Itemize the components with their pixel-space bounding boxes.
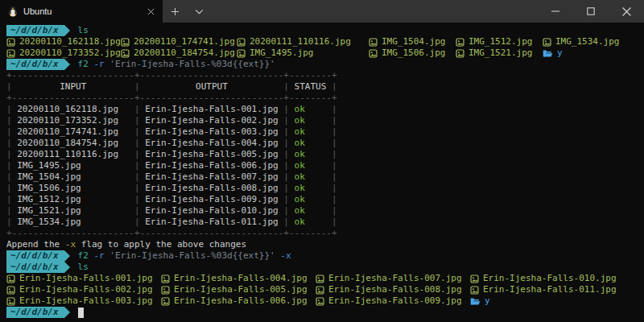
terminal-content-area[interactable]: ~/d/d/b/xls 20200110_162118.jpg 20200110… bbox=[0, 23, 644, 318]
input-cell: IMG_1534.jpg bbox=[12, 217, 134, 228]
file-entry: IMG_1506.jpg bbox=[369, 47, 456, 59]
status-cell: ok bbox=[289, 115, 332, 126]
input-cell: IMG_1521.jpg bbox=[12, 205, 134, 217]
file-name: Erin-Ijesha-Falls-007.jpg bbox=[328, 273, 462, 284]
prompt-arrow-icon bbox=[64, 59, 70, 70]
output-cell: Erin-Ijesha-Falls-001.jpg bbox=[140, 104, 284, 115]
file-listing-row: 20200110_173352.jpg 20200110_184754.jpg … bbox=[6, 47, 644, 59]
folder-icon bbox=[470, 297, 481, 306]
input-cell: 20200110_173352.jpg bbox=[12, 115, 134, 126]
table-row: |20200110_174741.jpg|Erin-Ijesha-Falls-0… bbox=[6, 126, 644, 138]
window-close-button[interactable] bbox=[609, 0, 644, 23]
status-cell: ok bbox=[289, 217, 332, 228]
prompt-path: ~/d/d/b/x bbox=[6, 25, 64, 36]
table-row: |IMG_1521.jpg|Erin-Ijesha-Falls-010.jpg|… bbox=[6, 205, 644, 217]
image-file-icon bbox=[316, 286, 324, 295]
table-row: |20200110_173352.jpg|Erin-Ijesha-Falls-0… bbox=[6, 115, 644, 126]
file-entry: 20200110_162118.jpg bbox=[6, 36, 121, 47]
input-cell: IMG_1506.jpg bbox=[12, 183, 134, 194]
file-name: Erin-Ijesha-Falls-004.jpg bbox=[174, 273, 308, 284]
file-name: IMG_1495.jpg bbox=[250, 47, 313, 59]
rename-pattern: 'Erin-Ijesha-Falls-%03d{{ext}}' bbox=[109, 59, 275, 70]
prompt-path: ~/d/d/b/x bbox=[6, 250, 64, 262]
terminal-cursor[interactable] bbox=[78, 308, 84, 318]
image-file-icon bbox=[470, 286, 479, 295]
status-cell: ok bbox=[289, 205, 332, 217]
file-name: Erin-Ijesha-Falls-010.jpg bbox=[483, 273, 617, 284]
ubuntu-tux-icon bbox=[8, 6, 18, 17]
file-entry: 20200111_110116.jpg bbox=[237, 36, 369, 47]
directory-name: y bbox=[557, 47, 563, 59]
file-name: 20200111_110116.jpg bbox=[250, 36, 351, 47]
image-file-icon bbox=[316, 297, 324, 306]
file-entry: Erin-Ijesha-Falls-002.jpg bbox=[6, 284, 161, 295]
folder-icon bbox=[543, 49, 553, 58]
output-cell: Erin-Ijesha-Falls-010.jpg bbox=[140, 205, 284, 217]
input-cell: IMG_1504.jpg bbox=[12, 171, 134, 183]
table-row: |20200110_184754.jpg|Erin-Ijesha-Falls-0… bbox=[6, 138, 644, 149]
image-file-icon bbox=[237, 49, 246, 58]
status-cell: ok bbox=[289, 138, 332, 149]
image-file-icon bbox=[161, 275, 170, 283]
file-name: Erin-Ijesha-Falls-002.jpg bbox=[19, 284, 153, 295]
image-file-icon bbox=[369, 49, 378, 58]
table-row: |20200111_110116.jpg|Erin-Ijesha-Falls-0… bbox=[6, 149, 644, 160]
table-header-output: OUTPUT bbox=[140, 81, 284, 93]
command-f2: f2 bbox=[78, 250, 89, 262]
table-border-top: +-----------------------+---------------… bbox=[6, 70, 644, 81]
output-cell: Erin-Ijesha-Falls-005.jpg bbox=[140, 149, 284, 160]
file-entry: Erin-Ijesha-Falls-001.jpg bbox=[6, 273, 161, 284]
title-bar: Ubuntu bbox=[0, 0, 644, 23]
file-name: 20200110_173352.jpg bbox=[19, 47, 121, 59]
tab-title: Ubuntu bbox=[23, 6, 138, 16]
flag-x: -x bbox=[280, 250, 291, 262]
tab-dropdown-button[interactable] bbox=[187, 0, 211, 23]
prompt-arrow-icon bbox=[64, 262, 70, 273]
file-listing-row: 20200110_162118.jpg 20200110_174741.jpg … bbox=[6, 36, 644, 47]
file-name: Erin-Ijesha-Falls-006.jpg bbox=[174, 295, 308, 307]
file-entry: Erin-Ijesha-Falls-008.jpg bbox=[316, 284, 470, 295]
file-entry: Erin-Ijesha-Falls-005.jpg bbox=[161, 284, 316, 295]
minimize-button[interactable] bbox=[538, 0, 573, 23]
flag-r: -r bbox=[93, 59, 104, 70]
input-cell: IMG_1512.jpg bbox=[12, 194, 134, 205]
image-file-icon bbox=[6, 286, 15, 295]
file-entry: Erin-Ijesha-Falls-011.jpg bbox=[470, 284, 617, 295]
tab-close-icon[interactable] bbox=[143, 4, 158, 19]
input-cell: 20200111_110116.jpg bbox=[12, 149, 134, 160]
output-cell: Erin-Ijesha-Falls-011.jpg bbox=[140, 217, 284, 228]
image-file-icon bbox=[456, 49, 464, 58]
prompt-arrow-icon bbox=[64, 250, 70, 262]
table-row: |IMG_1506.jpg|Erin-Ijesha-Falls-008.jpg|… bbox=[6, 183, 644, 194]
file-name: IMG_1521.jpg bbox=[469, 47, 532, 59]
terminal-window: Ubuntu ~/d/d/b/xls 20200110_16211 bbox=[0, 0, 644, 322]
table-row: |20200110_162118.jpg|Erin-Ijesha-Falls-0… bbox=[6, 104, 644, 115]
command-line-f2-preview: ~/d/d/b/xf2 -r 'Erin-Ijesha-Falls-%03d{{… bbox=[6, 59, 644, 70]
file-entry: 20200110_174741.jpg bbox=[121, 36, 237, 47]
hint-message: Append the -x flag to apply the above ch… bbox=[6, 239, 644, 250]
table-row: |IMG_1534.jpg|Erin-Ijesha-Falls-011.jpg|… bbox=[6, 217, 644, 228]
status-cell: ok bbox=[289, 160, 332, 171]
maximize-button[interactable] bbox=[573, 0, 609, 23]
new-tab-button[interactable] bbox=[163, 0, 187, 23]
table-border-mid: +-----------------------+---------------… bbox=[6, 93, 644, 104]
file-name: IMG_1512.jpg bbox=[469, 36, 532, 47]
flag-r: -r bbox=[93, 250, 104, 262]
file-entry: 20200110_173352.jpg bbox=[6, 47, 121, 59]
table-row: |IMG_1504.jpg|Erin-Ijesha-Falls-007.jpg|… bbox=[6, 171, 644, 183]
command-line-f2-execute: ~/d/d/b/xf2 -r 'Erin-Ijesha-Falls-%03d{{… bbox=[6, 250, 644, 262]
file-name: 20200110_184754.jpg bbox=[134, 47, 235, 59]
file-entry: IMG_1504.jpg bbox=[369, 36, 456, 47]
file-name: Erin-Ijesha-Falls-009.jpg bbox=[328, 295, 462, 307]
file-listing-row: Erin-Ijesha-Falls-003.jpg Erin-Ijesha-Fa… bbox=[6, 295, 644, 307]
input-cell: 20200110_162118.jpg bbox=[12, 104, 134, 115]
status-cell: ok bbox=[289, 104, 332, 115]
status-cell: ok bbox=[289, 183, 332, 194]
output-cell: Erin-Ijesha-Falls-002.jpg bbox=[140, 115, 284, 126]
file-listing-row: Erin-Ijesha-Falls-002.jpg Erin-Ijesha-Fa… bbox=[6, 284, 644, 295]
file-entry: 20200110_184754.jpg bbox=[121, 47, 237, 59]
file-name: Erin-Ijesha-Falls-005.jpg bbox=[174, 284, 308, 295]
input-cell: IMG_1495.jpg bbox=[12, 160, 134, 171]
tab-ubuntu[interactable]: Ubuntu bbox=[0, 0, 163, 23]
command-line-current[interactable]: ~/d/d/b/x bbox=[6, 307, 644, 318]
